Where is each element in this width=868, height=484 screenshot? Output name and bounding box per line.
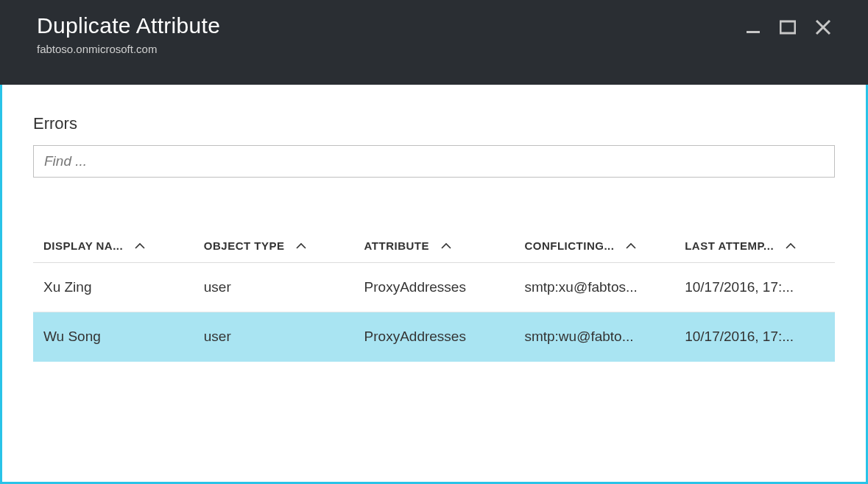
column-label: CONFLICTING... bbox=[524, 239, 614, 252]
section-title: Errors bbox=[33, 114, 835, 133]
svg-rect-0 bbox=[747, 31, 760, 33]
cell-attribute: ProxyAddresses bbox=[354, 312, 515, 362]
page-subtitle: fabtoso.onmicrosoft.com bbox=[37, 43, 220, 55]
column-header-conflicting[interactable]: CONFLICTING... bbox=[514, 229, 674, 263]
svg-rect-1 bbox=[780, 21, 795, 33]
cell-display-name: Xu Zing bbox=[33, 263, 194, 312]
sort-up-icon bbox=[441, 239, 451, 252]
content-wrapper: Errors DISPLAY NA... bbox=[0, 85, 868, 484]
sort-up-icon bbox=[135, 239, 145, 252]
cell-conflicting: smtp:xu@fabtos... bbox=[514, 263, 674, 312]
window: Duplicate Attribute fabtoso.onmicrosoft.… bbox=[0, 0, 868, 484]
cell-conflicting: smtp:wu@fabto... bbox=[514, 312, 674, 362]
table-header-row: DISPLAY NA... OBJECT TYPE bbox=[33, 229, 835, 263]
column-header-attribute[interactable]: ATTRIBUTE bbox=[354, 229, 515, 263]
column-header-last-attempt[interactable]: LAST ATTEMP... bbox=[674, 229, 835, 263]
sort-up-icon bbox=[786, 239, 796, 252]
column-label: ATTRIBUTE bbox=[364, 239, 429, 252]
column-header-display-name[interactable]: DISPLAY NA... bbox=[33, 229, 194, 263]
window-controls bbox=[746, 13, 831, 35]
header: Duplicate Attribute fabtoso.onmicrosoft.… bbox=[0, 0, 868, 85]
cell-last-attempt: 10/17/2016, 17:... bbox=[674, 312, 835, 362]
table-body: Xu Zing user ProxyAddresses smtp:xu@fabt… bbox=[33, 263, 835, 362]
cell-object-type: user bbox=[194, 263, 354, 312]
column-label: DISPLAY NA... bbox=[43, 239, 123, 252]
minimize-icon bbox=[746, 20, 761, 35]
close-icon bbox=[815, 19, 831, 35]
column-label: OBJECT TYPE bbox=[204, 239, 285, 252]
maximize-icon bbox=[780, 20, 796, 35]
minimize-button[interactable] bbox=[746, 20, 761, 35]
cell-display-name: Wu Song bbox=[33, 312, 194, 362]
search-input[interactable] bbox=[33, 145, 835, 178]
table-row[interactable]: Xu Zing user ProxyAddresses smtp:xu@fabt… bbox=[33, 263, 835, 312]
maximize-button[interactable] bbox=[780, 20, 796, 35]
table-row[interactable]: Wu Song user ProxyAddresses smtp:wu@fabt… bbox=[33, 312, 835, 362]
page-title: Duplicate Attribute bbox=[37, 13, 220, 38]
close-button[interactable] bbox=[815, 19, 831, 35]
sort-up-icon bbox=[296, 239, 306, 252]
table-area: DISPLAY NA... OBJECT TYPE bbox=[33, 229, 835, 362]
cell-last-attempt: 10/17/2016, 17:... bbox=[674, 263, 835, 312]
cell-attribute: ProxyAddresses bbox=[354, 263, 515, 312]
header-left: Duplicate Attribute fabtoso.onmicrosoft.… bbox=[37, 13, 220, 55]
content: Errors DISPLAY NA... bbox=[2, 85, 866, 362]
column-label: LAST ATTEMP... bbox=[685, 239, 774, 252]
errors-table: DISPLAY NA... OBJECT TYPE bbox=[33, 229, 835, 362]
cell-object-type: user bbox=[194, 312, 354, 362]
sort-up-icon bbox=[626, 239, 636, 252]
column-header-object-type[interactable]: OBJECT TYPE bbox=[194, 229, 354, 263]
